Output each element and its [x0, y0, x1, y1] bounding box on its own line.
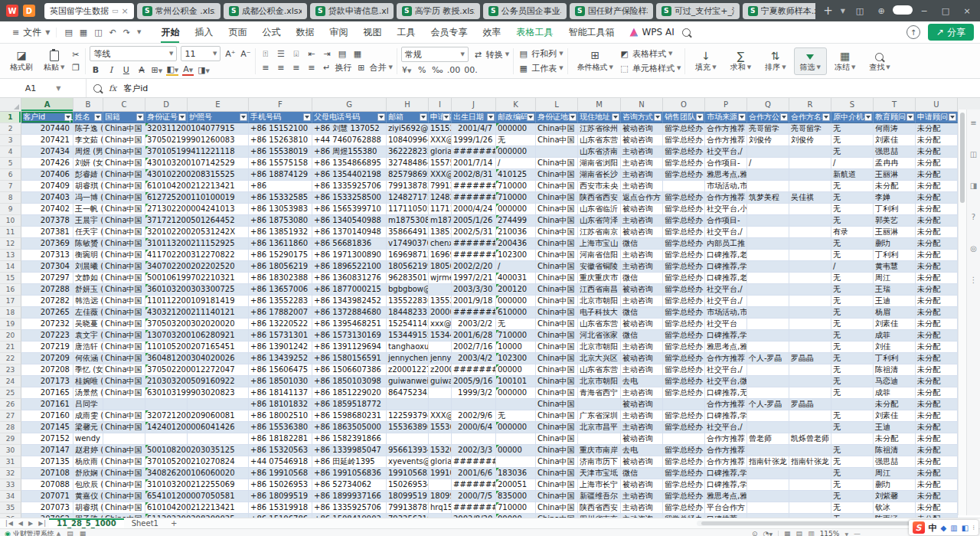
- row-header-35[interactable]: 35: [0, 502, 21, 514]
- cell-C20[interactable]: China中国: [103, 330, 145, 342]
- cell-N27[interactable]: 主动咨询: [621, 410, 663, 422]
- cell-C35[interactable]: China中国: [103, 502, 145, 514]
- cell-B10[interactable]: 王晨宇 (男): [74, 215, 103, 227]
- cell-J20[interactable]: 2001/6/28: [452, 330, 496, 342]
- cell-L20[interactable]: China中国: [536, 330, 578, 342]
- cell-I18[interactable]: 200000@qq: [429, 307, 452, 319]
- row-header-23[interactable]: 23: [0, 364, 21, 376]
- cell-F35[interactable]: +86 15319918: [249, 502, 312, 514]
- cell-I23[interactable]: z20001227: [429, 364, 452, 376]
- column-header-Q[interactable]: Q: [747, 98, 789, 112]
- cell-C14[interactable]: China中国: [103, 261, 145, 273]
- tab-preview-icon[interactable]: ▭: [112, 7, 119, 15]
- cell-S33[interactable]: 无: [831, 479, 874, 491]
- cell-O19[interactable]: 留学总经办: [663, 319, 705, 330]
- row-header-8[interactable]: 8: [0, 192, 21, 204]
- cell-U24[interactable]: 未分配: [916, 376, 958, 387]
- cell-P21[interactable]: 雅思考点,雅: [705, 342, 747, 353]
- filter-button-B[interactable]: [94, 113, 102, 121]
- cell-A14[interactable]: 207304: [21, 261, 74, 273]
- cell-U17[interactable]: 未分配: [916, 296, 958, 307]
- cell-R23[interactable]: [789, 364, 831, 376]
- cell-S12[interactable]: 无: [831, 238, 874, 250]
- cell-T21[interactable]: 刘佳: [874, 342, 916, 353]
- cell-I21[interactable]: [429, 342, 452, 353]
- cell-K21[interactable]: 10000: [496, 342, 536, 353]
- redo-icon[interactable]: ↷: [123, 28, 130, 38]
- cell-R11[interactable]: [789, 227, 831, 238]
- cell-U30[interactable]: 未分配: [916, 445, 958, 456]
- cell-M21[interactable]: 北京市朝阳: [578, 342, 621, 353]
- docer-icon[interactable]: D: [23, 5, 35, 17]
- cell-Q28[interactable]: [747, 422, 789, 433]
- globe-icon[interactable]: ⊕: [871, 6, 891, 16]
- cell-A6[interactable]: 207406: [21, 169, 74, 181]
- cell-K7[interactable]: 710000: [496, 181, 536, 192]
- cell-Q14[interactable]: [747, 261, 789, 273]
- cell-S31[interactable]: 无: [831, 456, 874, 468]
- cell-T28[interactable]: 王迪: [874, 422, 916, 433]
- cell-S23[interactable]: 无: [831, 364, 874, 376]
- cell-L9[interactable]: China中国: [536, 204, 578, 215]
- cell-T15[interactable]: 周江: [874, 273, 916, 284]
- filter-button-G[interactable]: [377, 113, 385, 121]
- cell-T31[interactable]: 强思喆: [874, 456, 916, 468]
- cell-P8[interactable]: 合作方推荐: [705, 192, 747, 204]
- cell-S6[interactable]: 新航道: [831, 169, 874, 181]
- split-view-icon[interactable]: ▤: [67, 530, 74, 536]
- cell-B33[interactable]: 包欣辰 (女): [74, 479, 103, 491]
- cell-H16[interactable]: bgbgbow@: [387, 284, 429, 296]
- cell-F36[interactable]: +86 15106786: [249, 514, 312, 518]
- cell-D27[interactable]: 320721200209060081: [145, 410, 188, 422]
- file-tab-7[interactable]: S可过_支付宝+_滴滴: [656, 3, 740, 19]
- cell-A8[interactable]: 207403: [21, 192, 74, 204]
- cell-G12[interactable]: +86 56681836: [312, 238, 387, 250]
- cell-T10[interactable]: 郭美艺: [874, 215, 916, 227]
- cell-Q35[interactable]: [747, 502, 789, 514]
- column-header-F[interactable]: F: [249, 98, 312, 112]
- fill-color-button[interactable]: ◧▼: [166, 64, 178, 76]
- filter-button-H[interactable]: [420, 113, 427, 121]
- cell-M10[interactable]: 山东省菏泽: [578, 215, 621, 227]
- cell-J5[interactable]: 2001/7/14: [452, 158, 496, 169]
- cell-D36[interactable]: 511302200208200025: [145, 514, 188, 518]
- cell-D29[interactable]: [145, 433, 188, 445]
- cell-S19[interactable]: 无: [831, 319, 874, 330]
- cell-L33[interactable]: China中国: [536, 479, 578, 491]
- cell-C13[interactable]: China中国: [103, 250, 145, 261]
- cell-T12[interactable]: 蒯玏: [874, 238, 916, 250]
- cell-U29[interactable]: 未分配: [916, 433, 958, 445]
- increase-font-icon[interactable]: A⁺: [224, 49, 236, 59]
- row-header-17[interactable]: 17: [0, 296, 21, 307]
- cell-H20[interactable]: 153449155: [387, 330, 429, 342]
- cell-C34[interactable]: China中国: [103, 491, 145, 502]
- convert-button[interactable]: ⇄转换▼: [472, 49, 509, 60]
- name-box[interactable]: A1 ▼: [0, 79, 87, 97]
- cell-T23[interactable]: 陈祖清: [874, 364, 916, 376]
- cell-O21[interactable]: 留学总经办: [663, 342, 705, 353]
- ime-skin-icon[interactable]: ◆: [941, 524, 947, 532]
- ime-chinese-mode-icon[interactable]: 中: [929, 522, 937, 534]
- cell-B6[interactable]: 彭睿婧 (女): [74, 169, 103, 181]
- cell-A26[interactable]: 207161: [21, 399, 74, 410]
- cell-M23[interactable]: 山东省东营: [578, 364, 621, 376]
- row-header-33[interactable]: 33: [0, 479, 21, 491]
- cell-L31[interactable]: China中国: [536, 456, 578, 468]
- cell-N9[interactable]: 被动咨询: [621, 204, 663, 215]
- cell-B25[interactable]: 汤景然 (女): [74, 387, 103, 399]
- cell-N22[interactable]: 被动咨询: [621, 353, 663, 364]
- record-icon[interactable]: ◎: [970, 244, 977, 253]
- format-painter-button[interactable]: ◪ 格式刷: [5, 50, 38, 73]
- cell-S24[interactable]: 无: [831, 376, 874, 387]
- cell-F2[interactable]: +86 15152100: [249, 123, 312, 135]
- cell-P29[interactable]: 合作方推荐: [705, 433, 747, 445]
- cell-G17[interactable]: +86 1343982452: [312, 296, 387, 307]
- cell-O7[interactable]: [663, 181, 705, 192]
- menu-item-表格工具[interactable]: 表格工具: [508, 21, 560, 43]
- cell-C26[interactable]: [103, 399, 145, 410]
- menu-item-会员专享[interactable]: 会员专享: [423, 21, 475, 43]
- cell-P14[interactable]: 口碑推荐,学: [705, 261, 747, 273]
- row-header-19[interactable]: 19: [0, 319, 21, 330]
- cell-G14[interactable]: +86 1896522100: [312, 261, 387, 273]
- cell-F12[interactable]: +86 13611860: [249, 238, 312, 250]
